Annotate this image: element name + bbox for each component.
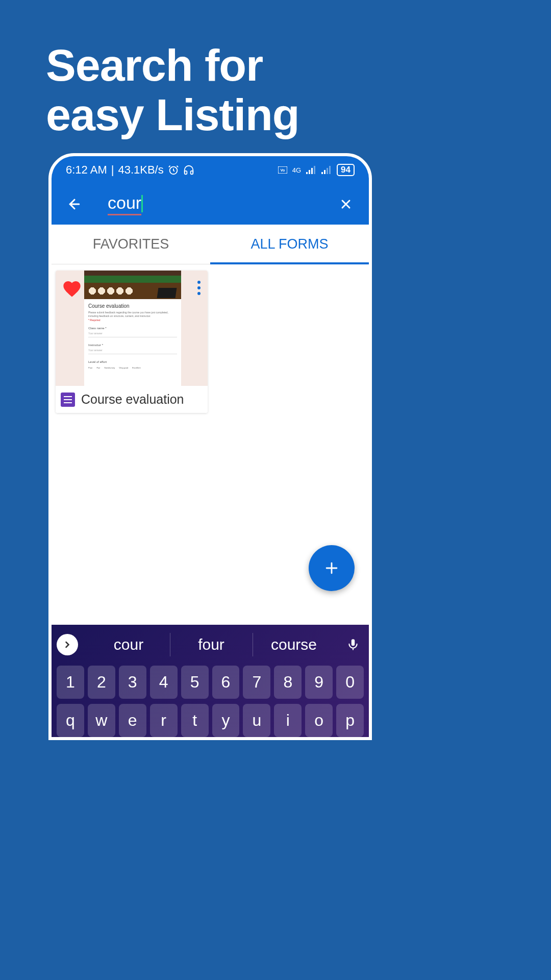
key-7[interactable]: 7 xyxy=(243,666,270,699)
clear-search-button[interactable] xyxy=(333,191,359,217)
key-t[interactable]: t xyxy=(181,704,209,737)
key-i[interactable]: i xyxy=(274,704,302,737)
key-o[interactable]: o xyxy=(305,704,333,737)
favorite-heart-icon[interactable] xyxy=(62,279,82,301)
key-w[interactable]: w xyxy=(88,704,115,737)
thumb-field2-label: Instructor * xyxy=(88,344,177,347)
thumb-scale-label: Level of effort xyxy=(88,360,177,363)
thumb-field2-hint: Your answer xyxy=(88,349,177,352)
search-input[interactable]: cour xyxy=(108,193,333,215)
key-0[interactable]: 0 xyxy=(336,666,364,699)
alarm-icon xyxy=(168,164,179,176)
thumb-field1-label: Class name * xyxy=(88,327,177,330)
add-form-fab[interactable] xyxy=(309,545,355,591)
thumb-field1-hint: Your answer xyxy=(88,332,177,335)
svg-rect-7 xyxy=(321,172,323,174)
key-2[interactable]: 2 xyxy=(88,666,115,699)
form-card[interactable]: Course evaluation Please submit feedback… xyxy=(56,271,208,413)
keyboard: cour four course 1 2 3 4 5 6 7 8 9 0 q w… xyxy=(52,625,369,737)
search-query-text: cour xyxy=(108,193,141,215)
svg-rect-10 xyxy=(329,166,331,174)
keyboard-suggestion-3[interactable]: course xyxy=(253,636,335,653)
thumb-desc: Please submit feedback regarding the cou… xyxy=(88,311,177,317)
status-separator: | xyxy=(111,163,114,177)
forms-app-icon xyxy=(61,393,75,407)
svg-rect-9 xyxy=(327,168,328,174)
keyboard-suggestion-1[interactable]: cour xyxy=(87,636,170,653)
tab-favorites[interactable]: FAVORITES xyxy=(52,225,210,264)
keyboard-row-numbers: 1 2 3 4 5 6 7 8 9 0 xyxy=(57,666,364,699)
svg-rect-8 xyxy=(324,170,325,174)
svg-text:Vo: Vo xyxy=(281,168,285,172)
thumb-required: * Required xyxy=(88,318,177,322)
battery-indicator: 94 xyxy=(337,164,355,176)
network-label: 4G xyxy=(292,166,301,174)
phone-frame: 6:12 AM | 43.1KB/s Vo 4G 94 xyxy=(48,153,372,740)
key-u[interactable]: u xyxy=(243,704,270,737)
signal-icon-2 xyxy=(321,166,332,174)
key-e[interactable]: e xyxy=(119,704,146,737)
volte-icon: Vo xyxy=(278,166,287,174)
keyboard-row-qwerty: q w e r t y u i o p xyxy=(57,704,364,737)
svg-rect-3 xyxy=(306,172,308,174)
key-8[interactable]: 8 xyxy=(274,666,302,699)
keyboard-suggestion-2[interactable]: four xyxy=(170,636,253,653)
status-bar: 6:12 AM | 43.1KB/s Vo 4G 94 xyxy=(52,156,369,184)
signal-icon xyxy=(306,166,316,174)
promo-heading-line1: Search for xyxy=(46,41,299,90)
key-4[interactable]: 4 xyxy=(150,666,178,699)
keyboard-mic-button[interactable] xyxy=(342,634,364,655)
key-1[interactable]: 1 xyxy=(57,666,84,699)
promo-heading: Search for easy Listing xyxy=(46,41,299,140)
promo-heading-line2: easy Listing xyxy=(46,90,299,140)
tab-all-forms[interactable]: ALL FORMS xyxy=(210,225,369,264)
svg-rect-6 xyxy=(314,166,315,174)
headphones-icon xyxy=(183,164,194,176)
thumbnail-preview: Course evaluation Please submit feedback… xyxy=(84,271,181,386)
form-thumbnail: Course evaluation Please submit feedback… xyxy=(56,271,208,386)
key-y[interactable]: y xyxy=(212,704,240,737)
tabs: FAVORITES ALL FORMS xyxy=(52,225,369,264)
back-button[interactable] xyxy=(62,191,87,217)
search-bar: cour xyxy=(52,184,369,225)
svg-rect-4 xyxy=(309,170,310,174)
status-data-rate: 43.1KB/s xyxy=(118,163,163,177)
key-r[interactable]: r xyxy=(150,704,178,737)
form-card-footer: Course evaluation xyxy=(56,386,208,413)
form-card-title: Course evaluation xyxy=(81,392,184,407)
key-9[interactable]: 9 xyxy=(305,666,333,699)
thumb-title: Course evaluation xyxy=(88,303,177,309)
keyboard-suggestion-bar: cour four course xyxy=(57,629,364,660)
key-3[interactable]: 3 xyxy=(119,666,146,699)
key-p[interactable]: p xyxy=(336,704,364,737)
thumb-scale: Poor Fair Satisfactory Very good Excelle… xyxy=(88,366,177,369)
content-area: Course evaluation Please submit feedback… xyxy=(52,264,369,601)
svg-rect-5 xyxy=(311,168,313,174)
key-5[interactable]: 5 xyxy=(181,666,209,699)
key-6[interactable]: 6 xyxy=(212,666,240,699)
status-time: 6:12 AM xyxy=(66,163,107,177)
text-cursor xyxy=(141,195,143,212)
key-q[interactable]: q xyxy=(57,704,84,737)
keyboard-expand-button[interactable] xyxy=(57,634,78,655)
more-options-button[interactable] xyxy=(195,279,203,297)
